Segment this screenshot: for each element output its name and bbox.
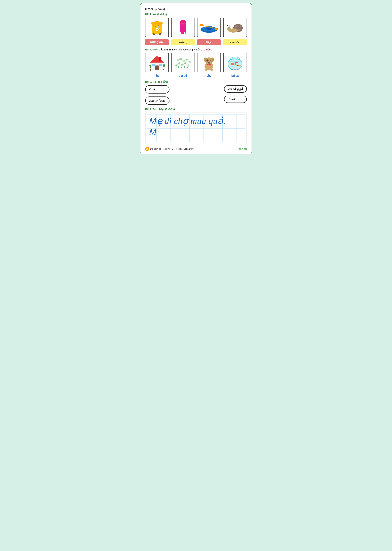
svg-point-6 [159,33,161,35]
svg-point-90 [231,69,233,70]
page-number: 50 [145,147,149,151]
svg-marker-38 [149,65,151,69]
bai2-prefix: Bài 2. Điền [145,48,159,51]
svg-rect-39 [150,69,151,71]
svg-point-91 [234,69,236,70]
bubble-o-pho: ở phố. [224,96,247,103]
svg-rect-37 [159,57,161,61]
page: II. Viết. (5 điểm) Bài 1. Nối (2 điểm) ♻… [140,3,252,154]
bai1-heading: Bài 1. Nối (2 điểm) [145,13,247,16]
svg-point-25 [227,27,231,31]
svg-point-73 [208,62,210,64]
svg-point-72 [210,60,211,61]
bai2-image-fishbowl [223,53,247,72]
svg-rect-41 [163,69,164,70]
svg-text:✂🥤: ✂🥤 [154,25,160,28]
svg-point-5 [153,33,155,35]
bai2-image-peas [171,53,195,72]
bai4-heading: Bài 4. Tập chép: (1 điểm) [145,108,247,111]
bai4-line1: Mẹ đi chợ mua quả. [149,116,243,126]
label-thung-rac: thùng rác [145,39,169,45]
section-title: II. Viết. (5 điểm) [145,7,247,11]
logo: Qbook [238,147,247,151]
bai4-writing-box: Mẹ đi chợ mua quả. M [145,113,247,144]
svg-point-27 [227,25,228,26]
bai4-line2: M [149,127,243,137]
bai2-image-dog [197,53,221,72]
svg-line-59 [176,63,179,65]
svg-line-55 [187,60,190,62]
svg-point-20 [204,27,213,29]
svg-rect-36 [159,64,162,66]
bai1-image-boat [197,18,221,37]
svg-point-71 [208,60,208,60]
bai2-image-house [145,53,169,72]
bai2-heading: Bài 2. Điền dấu thanh thích hợp vào tiến… [145,48,247,51]
svg-point-63 [187,67,188,68]
svg-point-62 [184,66,185,68]
logo-book: book [240,147,247,150]
bai1-image-comb [171,18,195,37]
svg-marker-31 [150,56,164,63]
bai2-word-beca: bể ca [223,74,247,78]
svg-rect-35 [152,64,154,66]
svg-line-28 [229,25,230,28]
svg-point-18 [199,23,203,26]
bai2-images [145,53,247,72]
bai4-grid: Mẹ đi chợ mua quả. M [147,114,245,142]
svg-rect-9 [181,29,182,34]
svg-point-80 [231,63,235,65]
svg-point-23 [236,27,240,29]
label-con-oc: con ốc [223,39,247,45]
bai1-image-trash: ♻ ✂🥤 [145,18,169,37]
svg-rect-10 [182,29,183,34]
svg-point-34 [158,68,159,68]
bubble-nha-chi-nga: Nhà chị Nga [145,96,169,105]
bubble-lam-bang-go: làm bằng gỗ. [224,85,247,93]
bai1-labels: thùng rác xuồng lược con ốc [145,39,247,45]
svg-line-58 [185,63,188,65]
svg-point-82 [232,64,232,64]
svg-point-77 [210,69,213,71]
bai2-word-nha: nha [145,74,169,78]
bai3-heading: Bài 3. Nối: (1 điểm) [145,80,247,84]
svg-point-76 [204,69,208,71]
bai3-container: Ghế Nhà chị Nga làm bằng gỗ. ở phố. [145,85,247,105]
footer-text: Đề kiểm tra Tiếng Việt 1 • Học kì 1_Cánh… [150,148,194,150]
bai3-left: Ghế Nhà chị Nga [145,85,169,105]
footer-left: 50 Đề kiểm tra Tiếng Việt 1 • Học kì 1_C… [145,147,194,151]
label-xuong: xuồng [171,39,195,45]
svg-point-29 [229,25,230,26]
bai2-points: (1 điểm) [203,48,212,51]
svg-point-83 [237,64,239,66]
logo-text: Q [238,147,240,150]
bai2-word-giado: giá đỗ [171,74,195,78]
footer: 50 Đề kiểm tra Tiếng Việt 1 • Học kì 1_C… [145,147,247,151]
svg-point-85 [237,65,238,66]
svg-rect-4 [155,21,159,23]
bai2-bold: dấu thanh [159,48,171,51]
svg-rect-12 [185,29,186,34]
bai2-labels: nha giá đỗ cho bể ca [145,74,247,78]
svg-point-60 [178,66,179,68]
label-luoc: lược [197,39,221,45]
bai1-images: ♻ ✂🥤 [145,18,247,37]
svg-point-30 [228,29,228,29]
svg-text:♻: ♻ [155,27,159,32]
svg-line-26 [227,26,228,28]
bai3-right: làm bằng gỗ. ở phố. [224,85,247,105]
bai2-suffix: thích hợp vào tiếng in đậm: [171,48,203,51]
bubble-ghe: Ghế [145,85,169,93]
svg-point-13 [181,23,185,24]
svg-marker-40 [163,64,165,69]
svg-point-92 [237,69,239,70]
svg-point-86 [235,62,237,63]
bai1-image-snail [223,18,247,37]
svg-point-75 [209,64,210,65]
svg-rect-11 [183,29,184,34]
svg-point-61 [181,67,182,68]
bai2-word-cho: cho [197,74,221,78]
